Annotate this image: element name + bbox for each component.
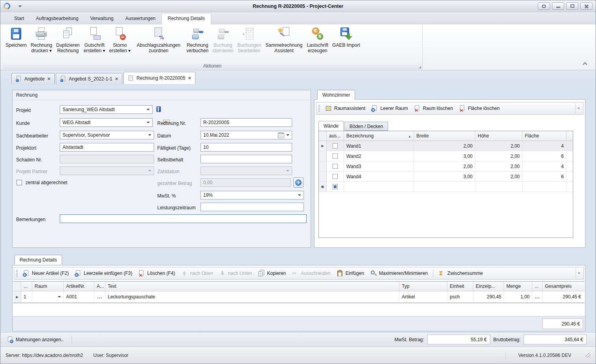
col-dots[interactable]: ... (21, 282, 32, 291)
kopieren-button[interactable]: Kopieren (255, 269, 289, 278)
dropdown-arrow-icon[interactable] (147, 109, 150, 110)
resize-grip[interactable] (585, 353, 590, 358)
ribbon-tab-verwaltung[interactable]: Verwaltung (84, 13, 119, 24)
table-row[interactable]: Wand1 2,00 2,00 4 (319, 141, 573, 151)
neuer-artikel-button[interactable]: Neuer Artikel (F2) (20, 269, 72, 278)
typ-cell[interactable]: Artikel (399, 291, 447, 302)
menge-cell[interactable]: 1,00 (504, 291, 532, 302)
col-raum[interactable]: Raum (32, 282, 64, 291)
col-hoehe[interactable]: Höhe (475, 131, 522, 141)
quick-access-dropdown-button[interactable] (17, 4, 23, 9)
abschlagszahlungen-zuordnen-button[interactable]: Abschlagszahlungenzuordnen (132, 25, 184, 60)
dropdown-arrow-icon[interactable] (58, 296, 61, 298)
table-row[interactable]: Wand4 3,00 2,00 6 (319, 172, 573, 182)
projektort-input[interactable]: Alstastadt (60, 143, 154, 152)
ribbon-tab-start[interactable]: Start (8, 13, 30, 24)
col-artikelnr[interactable]: ArtikelNr. (64, 282, 94, 291)
col-breite[interactable]: Breite (414, 131, 475, 141)
col-text[interactable]: Text (105, 282, 399, 291)
ribbon-tab-rechnung-details[interactable]: Rechnung Details (162, 13, 212, 24)
dropdown-arrow-icon[interactable] (147, 122, 150, 123)
duplizieren-rechnung-button[interactable]: DuplizierenRechnung (54, 25, 82, 60)
einfuegen-button[interactable]: Einfügen (334, 269, 367, 278)
dropdown-arrow-icon[interactable] (148, 134, 151, 136)
toolbar-grip[interactable] (16, 270, 18, 277)
sachbearbeiter-select[interactable]: Supervisor, Supervisor (60, 131, 154, 139)
gutschrift-erstellen-button[interactable]: Gutschrifterstellen ▾ (82, 25, 107, 60)
toolbar-grip[interactable] (318, 105, 320, 112)
project-binder-icon[interactable] (155, 106, 162, 112)
col-typ[interactable]: Typ (399, 282, 447, 291)
fullscreen-button[interactable] (538, 2, 550, 10)
bruttobetrag-box[interactable]: 345,64 € (524, 335, 587, 344)
maximize-button[interactable] (566, 2, 578, 10)
text-cell[interactable]: Leckortungspauschale (105, 291, 399, 302)
add-payment-button[interactable] (293, 177, 304, 188)
doc-tab-angebote[interactable]: Angebote (11, 73, 55, 84)
zentral-abgerechnet-checkbox[interactable] (17, 180, 22, 185)
col-dots2[interactable]: ... (532, 282, 543, 291)
col-a[interactable]: A... (94, 282, 105, 291)
einheit-cell[interactable]: psch (447, 291, 473, 302)
row-checkbox[interactable] (333, 174, 338, 179)
rechnung-nr-input[interactable]: R-20220005 (201, 118, 292, 127)
rechnung-verbuchen-button[interactable]: Rechnungverbuchen (184, 25, 210, 60)
table-row[interactable]: 1 A001 Leckortungspauschale Artikel psch… (13, 291, 584, 303)
table-row[interactable]: Wand3 2,00 2,00 4 (319, 161, 573, 172)
gesamtpreis-cell[interactable]: 290,45 € (543, 291, 583, 302)
sammelrechnung-assistent-button[interactable]: SammelrechnungAssistent (263, 25, 305, 60)
selbstbehalt-input[interactable] (201, 155, 292, 163)
close-button[interactable] (580, 2, 592, 10)
bemerkungen-input[interactable] (60, 214, 307, 223)
dialog-launcher-icon[interactable] (418, 65, 421, 68)
tab-waende[interactable]: Wände (318, 121, 344, 131)
ribbon-tab-auswertungen[interactable]: Auswertungen (120, 13, 162, 24)
einzelpreis-cell[interactable]: 290,45 (473, 291, 504, 302)
ribbon-tab-auftragsbearbeitung[interactable]: Auftragsbearbeitung (30, 13, 84, 24)
col-menge[interactable]: Menge (504, 282, 532, 291)
minimize-button[interactable] (552, 2, 564, 10)
zwischensumme-button[interactable]: Zwischensumme (436, 269, 486, 278)
faelligkeit-input[interactable]: 10 (201, 143, 292, 152)
toolbar-overflow-button[interactable] (575, 103, 582, 113)
datum-input[interactable]: 10.Mai.2022 (201, 131, 292, 139)
dropdown-arrow-icon[interactable] (298, 194, 301, 196)
close-tab-icon[interactable] (188, 75, 191, 81)
tab-rechnung-details[interactable]: Rechnung Details (15, 255, 62, 265)
raum-cell[interactable] (32, 291, 64, 302)
row-checkbox[interactable] (333, 184, 338, 189)
gaeb-import-button[interactable]: GAEB Import (330, 25, 362, 60)
flaeche-loeschen-button[interactable]: Fläche löschen (456, 104, 502, 113)
ellipsis-button[interactable] (94, 291, 105, 302)
raumassistent-button[interactable]: Raumassistent (322, 104, 368, 113)
storno-erstellen-button[interactable]: Stornoerstellen ▾ (107, 25, 133, 60)
pos-cell[interactable]: 1 (21, 291, 32, 302)
col-flaeche[interactable]: Fläche (522, 131, 567, 141)
mahnungen-anzeigen-button[interactable]: Mahnungen anzeigen.. (4, 335, 66, 344)
maximieren-minimieren-button[interactable]: Maximieren/Minimieren (367, 269, 430, 278)
ellipsis-button[interactable] (532, 291, 543, 302)
dropdown-arrow-icon[interactable] (286, 134, 289, 136)
close-tab-icon[interactable] (115, 76, 118, 82)
col-gesamtpreis[interactable]: Gesamtpreis (543, 282, 583, 291)
calendar-icon[interactable] (278, 132, 284, 138)
lastschrift-erzeugen-button[interactable]: Lastschrifterzeugen (305, 25, 330, 60)
doc-tab-angebot-s-2022-1-1[interactable]: Angebot S_2022-1-1 (56, 73, 122, 84)
col-einheit[interactable]: Einheit (447, 282, 473, 291)
tab-boeden-decken[interactable]: Böden / Decken (344, 122, 388, 131)
mwst-select[interactable]: 19% (201, 191, 304, 199)
new-row[interactable] (319, 182, 573, 192)
leerzeile-einfuegen-button[interactable]: Leerzeile einfügen (F3) (72, 269, 135, 278)
doc-tab-rechnung-r-20220005[interactable]: Rechnung R-20220005 (123, 72, 195, 84)
mwst-betrag-box[interactable]: 55,19 € (427, 335, 490, 344)
app-logo-icon[interactable] (2, 2, 11, 11)
raum-loeschen-button[interactable]: Raum löschen (411, 104, 456, 113)
col-bezeichnung[interactable]: Bezeichnung (344, 131, 414, 141)
toolbar-overflow-button[interactable] (576, 268, 582, 278)
subtotal-box[interactable]: 290,45 € (542, 318, 583, 329)
tab-wohnzimmer[interactable]: Wohnzimmer (317, 90, 355, 100)
speichern-button[interactable]: Speichern (4, 25, 29, 60)
row-checkbox[interactable] (333, 143, 338, 148)
leerer-raum-button[interactable]: Leerer Raum (368, 104, 410, 113)
col-einzelpreis[interactable]: Einzelp... (473, 282, 504, 291)
